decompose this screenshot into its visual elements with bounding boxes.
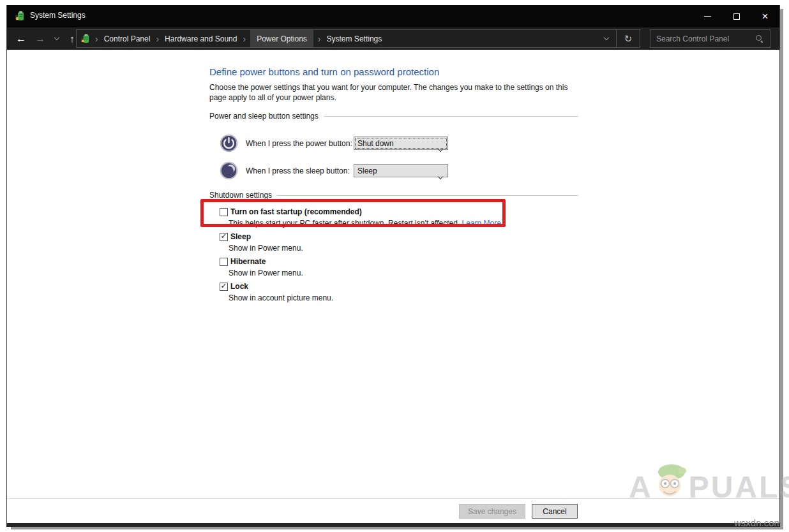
- lock-checkbox[interactable]: [220, 283, 228, 291]
- sleep-button-row: When I press the sleep button: Sleep: [220, 157, 578, 184]
- page-content: Define power buttons and turn on passwor…: [7, 50, 779, 523]
- sleep-checkbox[interactable]: [220, 233, 228, 241]
- divider: [7, 498, 779, 499]
- fast-startup-description: This helps start your PC faster after sh…: [229, 219, 578, 229]
- maximize-icon: [733, 13, 740, 20]
- breadcrumb-system-settings[interactable]: System Settings: [326, 30, 384, 47]
- hibernate-label: Hibernate: [230, 257, 266, 266]
- breadcrumb-power-options[interactable]: Power Options: [250, 30, 313, 47]
- hibernate-description: Show in Power menu.: [229, 269, 578, 279]
- page-description: Choose the power settings that you want …: [209, 83, 578, 103]
- chevron-down-icon: [604, 35, 609, 40]
- recent-pages-dropdown[interactable]: [50, 27, 63, 50]
- fast-startup-item: Turn on fast startup (recommended) This …: [220, 206, 578, 229]
- page-title: Define power buttons and turn on passwor…: [209, 66, 578, 77]
- save-changes-button[interactable]: Save changes: [459, 504, 525, 519]
- group-power-sleep-settings: Power and sleep button settings: [209, 112, 578, 121]
- power-button-label: When I press the power button:: [246, 139, 354, 148]
- fast-startup-checkbox[interactable]: [220, 208, 228, 216]
- lock-description: Show in account picture menu.: [229, 293, 578, 304]
- breadcrumb-separator-icon: ›: [151, 34, 163, 44]
- chevron-down-icon: [439, 142, 442, 154]
- chevron-down-icon: [439, 170, 442, 181]
- maximize-button[interactable]: [722, 5, 751, 27]
- system-settings-window: System Settings × ← → ↑ › Control Panel …: [6, 5, 780, 527]
- close-button[interactable]: ×: [751, 5, 779, 27]
- power-button-select-value: Shut down: [354, 139, 394, 148]
- search-icon[interactable]: [755, 34, 764, 43]
- sleep-button-label: When I press the sleep button:: [246, 166, 354, 175]
- sleep-item: Sleep Show in Power menu.: [220, 231, 578, 254]
- group-label: Shutdown settings: [209, 191, 272, 200]
- back-button[interactable]: ←: [12, 27, 30, 50]
- chevron-down-icon: [54, 35, 59, 40]
- forward-button[interactable]: →: [31, 27, 49, 50]
- divider: [324, 116, 578, 117]
- sleep-button-icon: [220, 161, 238, 180]
- fast-startup-label: Turn on fast startup (recommended): [230, 207, 362, 216]
- power-button-icon: [220, 134, 238, 152]
- cancel-button[interactable]: Cancel: [532, 504, 578, 519]
- minimize-button[interactable]: [693, 5, 722, 27]
- power-button-row: When I press the power button: Shut down: [220, 129, 578, 157]
- breadcrumb-separator-icon: ›: [313, 34, 326, 44]
- group-label: Power and sleep button settings: [209, 112, 319, 121]
- hibernate-checkbox[interactable]: [220, 258, 228, 266]
- sleep-button-select[interactable]: Sleep: [354, 164, 448, 177]
- lock-item: Lock Show in account picture menu.: [220, 281, 578, 304]
- window-title: System Settings: [30, 11, 86, 20]
- refresh-button[interactable]: ↻: [617, 33, 640, 45]
- power-button-select[interactable]: Shut down: [354, 137, 448, 150]
- address-dropdown-button[interactable]: [597, 38, 616, 40]
- sleep-description: Show in Power menu.: [229, 244, 578, 254]
- navigation-bar: ← → ↑ › Control Panel › Hardware and Sou…: [7, 27, 779, 50]
- breadcrumb-separator-icon: ›: [91, 34, 103, 44]
- address-bar[interactable]: › Control Panel › Hardware and Sound › P…: [76, 29, 640, 48]
- learn-more-link[interactable]: Learn More: [462, 219, 501, 228]
- search-box[interactable]: [650, 29, 770, 48]
- group-shutdown-settings: Shutdown settings: [209, 191, 578, 200]
- breadcrumb-control-panel[interactable]: Control Panel: [103, 30, 152, 47]
- breadcrumb-separator-icon: ›: [238, 34, 250, 44]
- breadcrumb-hardware-and-sound[interactable]: Hardware and Sound: [163, 30, 238, 47]
- search-input[interactable]: [650, 34, 755, 43]
- power-options-crumb-icon: [80, 34, 91, 44]
- minimize-icon: [704, 16, 711, 17]
- lock-label: Lock: [230, 282, 248, 291]
- hibernate-item: Hibernate Show in Power menu.: [220, 256, 578, 279]
- sleep-label: Sleep: [230, 232, 251, 241]
- divider: [277, 195, 578, 196]
- title-bar: System Settings ×: [7, 5, 779, 27]
- power-options-app-icon: [15, 11, 26, 22]
- sleep-button-select-value: Sleep: [354, 166, 377, 175]
